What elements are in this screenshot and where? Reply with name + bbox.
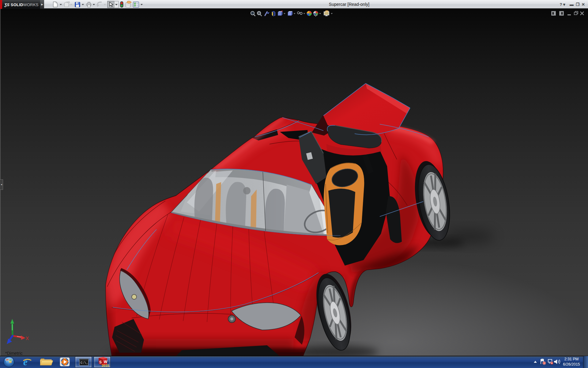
svg-text:S: S [99, 360, 102, 364]
svg-text:2015: 2015 [102, 364, 109, 367]
svg-text:C:\_: C:\_ [81, 361, 88, 365]
svg-text:e: e [23, 357, 28, 367]
svg-text:W: W [104, 360, 107, 364]
